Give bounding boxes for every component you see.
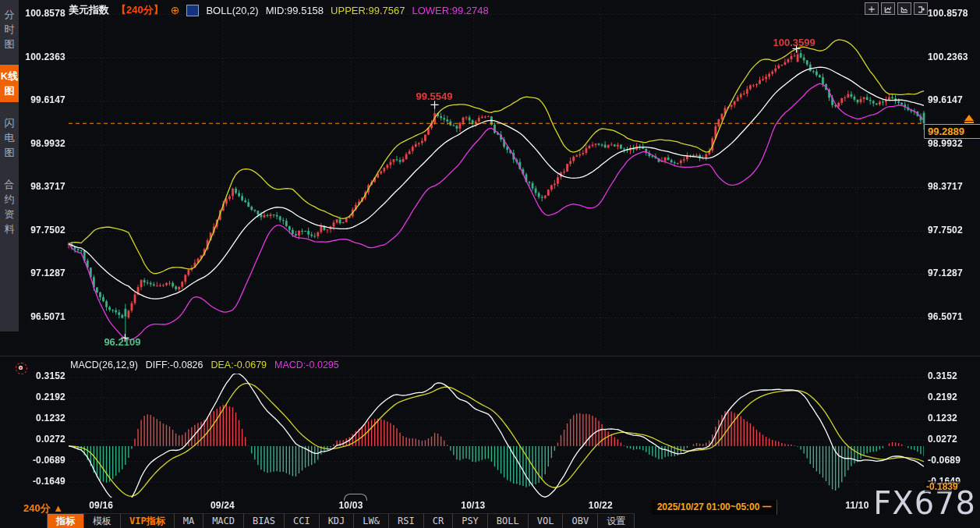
sidebar-item-flash-chart[interactable]: 闪电图 (0, 112, 19, 164)
boll-mid-value: MID:99.5158 (266, 5, 324, 16)
toolbar-item-vip-indicator[interactable]: VIP指标 (121, 513, 175, 528)
macd-tick-left: -0.0689 (23, 455, 65, 466)
price-tick-right: 97.1287 (928, 268, 970, 278)
zoom-axis-left-icon[interactable] (881, 2, 895, 15)
toolbar-item-settings[interactable]: 设置 (598, 513, 635, 528)
macd-tick-left: 0.3152 (23, 370, 65, 381)
chart-canvas[interactable] (0, 0, 980, 528)
price-tick-right: 96.5071 (928, 311, 970, 322)
x-axis-label: 10/22 (589, 500, 613, 511)
sidebar-item-kline-chart[interactable]: K线图 (0, 65, 19, 102)
toolbar-item-rsi[interactable]: RSI (389, 513, 424, 528)
panel-divider (0, 356, 980, 356)
toolbar-item-ma[interactable]: MA (175, 513, 203, 528)
period-label: 【240分】 (116, 3, 164, 17)
boll-title: BOLL(20,2) (206, 5, 258, 16)
sidebar: 分时图K线图闪电图合约资料 (0, 0, 19, 331)
macd-title: MACD(26,12,9) (70, 360, 138, 370)
price-tick-left: 99.6147 (23, 94, 65, 105)
chart-header: 美元指数 【240分】 ⊕ BOLL(20,2) MID:99.5158 UPP… (69, 3, 489, 17)
toolbar-item-boll[interactable]: BOLL (488, 513, 529, 528)
x-axis-label: 11/10 (845, 500, 869, 511)
zoom-axis-right-icon[interactable] (897, 2, 911, 15)
toolbar-item-lwr[interactable]: LW& (354, 513, 389, 528)
toolbar-item-psy[interactable]: PSY (453, 513, 488, 528)
boll-lower-value: LOWER:99.2748 (412, 5, 488, 16)
x-axis-label: 09/24 (211, 500, 235, 511)
price-tick-left: 97.1287 (23, 268, 65, 278)
boll-upper-value: UPPER:99.7567 (331, 5, 405, 16)
trading-app-window: 分时图K线图闪电图合约资料 美元指数 【240分】 ⊕ BOLL(20,2) M… (0, 0, 980, 528)
macd-diff-value: DIFF:-0.0826 (146, 360, 203, 370)
crosshair-icon[interactable] (865, 2, 879, 15)
macd-tick-right: 0.0272 (928, 434, 970, 445)
price-tick-right: 100.2363 (928, 51, 970, 62)
annotation-high2: 100.3599 (773, 37, 815, 48)
indicator-toolbar: 指标模板VIP指标MAMACDBIASCCIKDJLW&RSICRPSYBOLL… (47, 513, 635, 528)
hovered-bar-time-label: 2025/10/27 01:00~05:00 一 (652, 500, 777, 515)
x-axis-label: 09/16 (89, 500, 113, 511)
toolbar-item-macd[interactable]: MACD (203, 513, 244, 528)
annotation-high1: 99.5549 (416, 90, 453, 102)
price-alert-icon[interactable] (964, 115, 974, 121)
macd-tick-left: 0.2192 (23, 392, 65, 402)
live-indicator-icon (16, 363, 27, 374)
sidebar-item-time-chart[interactable]: 分时图 (0, 3, 19, 55)
timeline-collapse-handle[interactable] (344, 494, 367, 501)
macd-tick-right: 0.2192 (928, 392, 970, 402)
annotation-low: 96.2109 (104, 336, 140, 348)
price-tick-left: 98.9932 (23, 138, 65, 149)
macd-dea-value: DEA:-0.0679 (211, 360, 267, 370)
macd-header: MACD(26,12,9) DIFF:-0.0826 DEA:-0.0679 M… (70, 360, 339, 370)
macd-current-value: -0.1839 (925, 481, 960, 492)
macd-macd-value: MACD:-0.0295 (274, 360, 339, 370)
price-tick-right: 98.3717 (928, 181, 970, 192)
price-tick-right: 99.6147 (928, 94, 970, 105)
toolbar-item-template[interactable]: 模板 (84, 513, 121, 528)
sidebar-item-contract-info[interactable]: 合约资料 (0, 173, 19, 240)
price-tick-left: 96.5071 (23, 311, 65, 322)
macd-tick-left: -0.1649 (23, 476, 65, 487)
price-tick-left: 98.3717 (23, 181, 65, 192)
add-indicator-icon[interactable]: ⊕ (171, 5, 180, 16)
toolbar-item-obv[interactable]: OBV (563, 513, 598, 528)
price-tick-left: 100.2363 (23, 51, 65, 62)
toolbar-item-indicator[interactable]: 指标 (47, 513, 84, 528)
chart-style-icon[interactable] (186, 5, 199, 16)
macd-tick-left: 0.1232 (23, 413, 65, 423)
price-tick-right: 98.9932 (928, 138, 970, 149)
toolbar-item-cci[interactable]: CCI (285, 513, 320, 528)
symbol-name: 美元指数 (69, 3, 109, 17)
window-buttons (865, 2, 928, 15)
price-tick-right: 100.8578 (928, 8, 970, 19)
macd-tick-right: 0.3152 (928, 370, 970, 381)
toolbar-item-vol[interactable]: VOL (529, 513, 564, 528)
toolbar-item-kdj[interactable]: KDJ (320, 513, 355, 528)
toolbar-item-cr[interactable]: CR (424, 513, 453, 528)
macd-tick-right: -0.0689 (928, 455, 970, 466)
macd-tick-left: 0.0272 (23, 434, 65, 445)
price-tick-left: 97.7502 (23, 225, 65, 236)
price-tick-left: 100.8578 (23, 8, 65, 19)
macd-tick-right: 0.1232 (928, 413, 970, 423)
current-price-box: 99.2889 (924, 124, 980, 139)
price-tick-right: 97.7502 (928, 225, 970, 236)
exit-icon[interactable] (914, 2, 928, 15)
x-axis-label: 10/13 (461, 500, 485, 511)
watermark-logo: FX678 (873, 487, 976, 519)
x-axis-label: 10/03 (338, 500, 363, 511)
toolbar-item-bias[interactable]: BIAS (244, 513, 285, 528)
